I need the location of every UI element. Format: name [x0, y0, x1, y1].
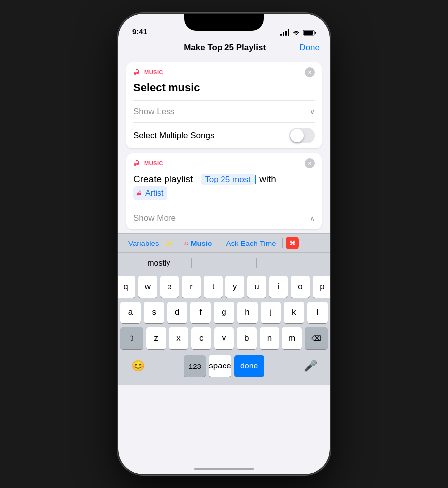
- select-multiple-toggle[interactable]: [289, 128, 315, 143]
- delete-key[interactable]: ⌫: [305, 327, 328, 349]
- key-l[interactable]: l: [307, 302, 328, 323]
- show-more-row[interactable]: Show More ∧: [126, 207, 322, 229]
- key-u[interactable]: u: [247, 276, 266, 298]
- top25-token[interactable]: Top 25 most: [201, 174, 255, 185]
- wifi-icon: [292, 30, 300, 36]
- key-b[interactable]: b: [237, 327, 257, 349]
- card1-header: MUSIC ×: [126, 62, 322, 80]
- key-d[interactable]: d: [167, 302, 187, 323]
- key-j[interactable]: j: [261, 302, 281, 323]
- wand-icon[interactable]: ✨: [165, 239, 173, 247]
- notch: [184, 14, 264, 31]
- keyboard-bottom-row: 😊 123 space done 🎤: [120, 353, 328, 381]
- key-x[interactable]: x: [169, 327, 189, 349]
- content-area: MUSIC × Select music Show Less ∨ Select …: [118, 59, 330, 233]
- toolbar-scroll: Variables ✨ ♫ Music Ask Each Time ⌘: [118, 237, 305, 249]
- key-s[interactable]: s: [144, 302, 164, 323]
- toggle-row: Select Multiple Songs: [126, 123, 322, 148]
- key-a[interactable]: a: [120, 302, 141, 323]
- card1-category: MUSIC: [133, 68, 163, 76]
- card2-close-button[interactable]: ×: [305, 158, 315, 168]
- key-t[interactable]: t: [204, 276, 223, 298]
- autocomplete-item-3[interactable]: [257, 261, 322, 265]
- space-key[interactable]: space: [209, 355, 231, 377]
- chevron-down-icon: ∨: [310, 108, 315, 116]
- key-v[interactable]: v: [214, 327, 234, 349]
- artist-token[interactable]: Artist: [133, 186, 167, 200]
- card1-category-label: MUSIC: [144, 69, 163, 75]
- show-less-row[interactable]: Show Less ∨: [126, 101, 322, 122]
- key-w[interactable]: w: [138, 276, 157, 298]
- done-key-label: done: [240, 362, 258, 370]
- create-playlist-text: Create playlist: [133, 174, 193, 184]
- show-less-text: Show Less: [133, 107, 174, 117]
- music-button[interactable]: ♫ Music: [179, 237, 216, 249]
- power-button[interactable]: [330, 91, 331, 119]
- svg-rect-2: [315, 32, 316, 34]
- text-cursor: [255, 175, 256, 184]
- nav-header: Make Top 25 Playlist Done: [118, 39, 330, 59]
- done-button[interactable]: Done: [299, 43, 320, 53]
- battery-icon: [303, 30, 316, 36]
- key-c[interactable]: c: [191, 327, 211, 349]
- key-g[interactable]: g: [214, 302, 234, 323]
- key-n[interactable]: n: [260, 327, 280, 349]
- card2-content[interactable]: Create playlist Top 25 most with Artist: [126, 171, 322, 207]
- card2-header: MUSIC ×: [126, 153, 322, 171]
- numbers-key[interactable]: 123: [184, 355, 206, 377]
- key-f[interactable]: f: [190, 302, 211, 323]
- shift-icon: ⇧: [129, 334, 135, 342]
- key-i[interactable]: i: [269, 276, 288, 298]
- emoji-key[interactable]: 😊: [128, 357, 147, 375]
- card2-category: MUSIC: [133, 159, 163, 167]
- key-z[interactable]: z: [146, 327, 166, 349]
- delete-icon: ⌫: [311, 334, 321, 342]
- keyboard: q w e r t y u i o p a s d f g h j k: [118, 274, 330, 385]
- mic-key[interactable]: 🎤: [301, 357, 320, 375]
- card2-category-label: MUSIC: [144, 160, 163, 166]
- emoji-icon: 😊: [131, 360, 145, 372]
- ask-each-time-label: Ask Each Time: [226, 239, 276, 247]
- autocomplete-bar: mostly: [118, 252, 330, 274]
- svg-rect-1: [304, 31, 313, 35]
- key-m[interactable]: m: [282, 327, 302, 349]
- keyboard-row-2: a s d f g h j k l: [120, 302, 328, 323]
- signal-icon: [280, 29, 289, 36]
- key-y[interactable]: y: [225, 276, 244, 298]
- home-indicator: [194, 468, 254, 470]
- toolbar-separator2: [219, 238, 219, 248]
- key-r[interactable]: r: [182, 276, 201, 298]
- done-key[interactable]: done: [234, 355, 264, 377]
- shift-key[interactable]: ⇧: [120, 327, 143, 349]
- variables-button[interactable]: Variables: [124, 237, 163, 249]
- variables-label: Variables: [128, 239, 159, 247]
- key-h[interactable]: h: [237, 302, 258, 323]
- key-p[interactable]: p: [313, 276, 330, 298]
- create-playlist-card: MUSIC × Create playlist Top 25 most with…: [126, 153, 322, 229]
- autocomplete-text-1: mostly: [147, 259, 170, 267]
- phone-screen: 9:41: [118, 14, 330, 474]
- toggle-knob: [290, 129, 304, 142]
- toolbar-separator3: [282, 238, 283, 248]
- mic-icon: 🎤: [304, 360, 317, 372]
- music-note-icon: [133, 68, 141, 76]
- key-k[interactable]: k: [284, 302, 304, 323]
- toolbar-music-note-icon: ♫: [183, 239, 189, 247]
- keyboard-row-3: ⇧ z x c v b n m ⌫: [120, 327, 328, 349]
- music-note-icon-2: [133, 159, 141, 167]
- artist-token-label: Artist: [145, 187, 163, 199]
- key-q[interactable]: q: [118, 276, 135, 298]
- ask-each-time-button[interactable]: Ask Each Time: [222, 237, 280, 249]
- chevron-up-icon: ∧: [310, 214, 315, 222]
- phone-frame: 9:41: [117, 13, 331, 475]
- autocomplete-item-1[interactable]: mostly: [126, 257, 191, 270]
- autocomplete-item-2[interactable]: [192, 261, 257, 265]
- card1-close-button[interactable]: ×: [305, 67, 315, 77]
- key-e[interactable]: e: [160, 276, 179, 298]
- key-o[interactable]: o: [291, 276, 310, 298]
- shortcut-button[interactable]: ⌘: [286, 237, 299, 249]
- toolbar-separator1: [176, 238, 176, 248]
- status-time: 9:41: [132, 27, 147, 36]
- numbers-label: 123: [189, 362, 201, 370]
- artist-music-icon: [136, 190, 143, 197]
